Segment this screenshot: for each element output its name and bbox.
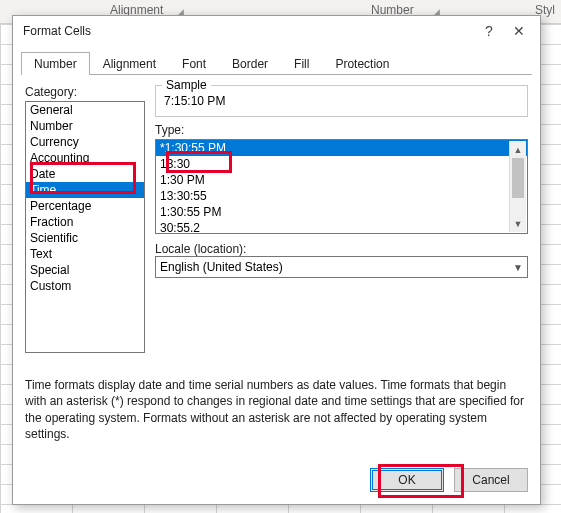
help-button[interactable]: ? — [474, 19, 504, 43]
sample-label: Sample — [162, 78, 211, 92]
locale-select[interactable]: English (United States) ▼ — [155, 256, 528, 278]
ok-button[interactable]: OK — [370, 468, 444, 492]
sample-groupbox: Sample 7:15:10 PM — [155, 85, 528, 117]
category-item[interactable]: Scientific — [26, 230, 144, 246]
type-item[interactable]: 30:55.2 — [156, 220, 527, 234]
type-listbox[interactable]: *1:30:55 PM13:301:30 PM13:30:551:30:55 P… — [155, 139, 528, 234]
category-item[interactable]: Custom — [26, 278, 144, 294]
format-cells-dialog: Format Cells ? ✕ NumberAlignmentFontBord… — [12, 15, 541, 505]
category-item[interactable]: Date — [26, 166, 144, 182]
category-item[interactable]: Fraction — [26, 214, 144, 230]
scroll-down-icon[interactable]: ▼ — [510, 215, 526, 232]
help-icon: ? — [485, 23, 493, 39]
cancel-button-label: Cancel — [472, 473, 509, 487]
category-label: Category: — [25, 85, 145, 99]
tab-border[interactable]: Border — [219, 52, 281, 75]
type-label: Type: — [155, 123, 528, 137]
tab-alignment[interactable]: Alignment — [90, 52, 169, 75]
category-item[interactable]: General — [26, 102, 144, 118]
scroll-thumb[interactable] — [512, 158, 524, 198]
dialog-title: Format Cells — [23, 24, 474, 38]
dialog-titlebar: Format Cells ? ✕ — [13, 16, 540, 46]
type-item[interactable]: 13:30:55 — [156, 188, 527, 204]
type-scrollbar[interactable]: ▲ ▼ — [509, 141, 526, 232]
cancel-button[interactable]: Cancel — [454, 468, 528, 492]
scroll-up-icon[interactable]: ▲ — [510, 141, 526, 158]
close-button[interactable]: ✕ — [504, 19, 534, 43]
locale-value: English (United States) — [160, 260, 283, 274]
close-icon: ✕ — [513, 23, 525, 39]
category-item[interactable]: Number — [26, 118, 144, 134]
dialog-tabs: NumberAlignmentFontBorderFillProtection — [13, 52, 540, 75]
category-item[interactable]: Percentage — [26, 198, 144, 214]
type-item[interactable]: *1:30:55 PM — [156, 140, 527, 156]
type-item[interactable]: 1:30 PM — [156, 172, 527, 188]
tab-font[interactable]: Font — [169, 52, 219, 75]
tab-protection[interactable]: Protection — [322, 52, 402, 75]
tab-number[interactable]: Number — [21, 52, 90, 75]
sample-value: 7:15:10 PM — [156, 94, 527, 116]
category-listbox[interactable]: GeneralNumberCurrencyAccountingDateTimeP… — [25, 101, 145, 353]
category-item[interactable]: Accounting — [26, 150, 144, 166]
tab-fill[interactable]: Fill — [281, 52, 322, 75]
dialog-footer: OK Cancel — [13, 460, 540, 504]
category-description: Time formats display date and time seria… — [25, 371, 528, 452]
type-item[interactable]: 13:30 — [156, 156, 527, 172]
category-item[interactable]: Special — [26, 262, 144, 278]
ok-button-label: OK — [398, 473, 415, 487]
category-item[interactable]: Text — [26, 246, 144, 262]
type-item[interactable]: 1:30:55 PM — [156, 204, 527, 220]
locale-label: Locale (location): — [155, 242, 246, 256]
category-item[interactable]: Time — [26, 182, 144, 198]
chevron-down-icon: ▼ — [513, 262, 523, 273]
category-item[interactable]: Currency — [26, 134, 144, 150]
